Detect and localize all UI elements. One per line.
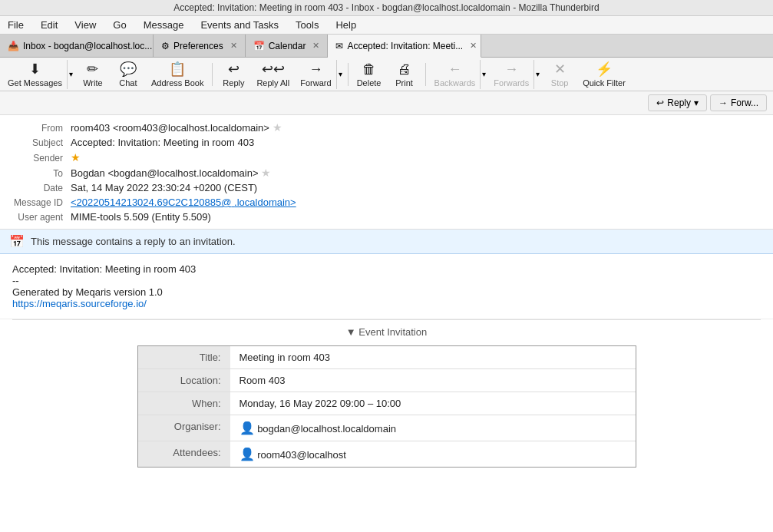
- menu-help[interactable]: Help: [332, 18, 359, 32]
- print-button[interactable]: 🖨 Print: [388, 60, 421, 89]
- forward-dropdown[interactable]: ▾: [336, 60, 344, 89]
- reply-top-button[interactable]: ↩ Reply ▾: [648, 94, 707, 111]
- separator-2: [348, 63, 349, 86]
- menu-message[interactable]: Message: [140, 18, 187, 32]
- reply-button[interactable]: ↩ Reply: [216, 60, 250, 89]
- message-id-link[interactable]: <20220514213024.69C2C120885@ .localdomai…: [71, 197, 296, 208]
- menu-tools[interactable]: Tools: [292, 18, 322, 32]
- forwards-group: → Forwards ▾: [489, 60, 541, 89]
- tab-email[interactable]: ✉ Accepted: Invitation: Meeti... ✕: [328, 35, 481, 58]
- tab-preferences[interactable]: ⚙ Preferences ✕: [154, 35, 246, 57]
- menu-edit[interactable]: Edit: [38, 18, 61, 32]
- forward-group: → Forward ▾: [296, 60, 343, 89]
- get-messages-button[interactable]: ⬇ Get Messages: [3, 60, 67, 89]
- message-id-value: <20220514213024.69C2C120885@ .localdomai…: [71, 197, 764, 208]
- menu-go[interactable]: Go: [110, 18, 129, 32]
- inbox-icon: 📥: [8, 41, 19, 51]
- date-row: Date Sat, 14 May 2022 23:30:24 +0200 (CE…: [9, 180, 764, 195]
- sender-value: ★: [71, 151, 764, 164]
- forward-top-button[interactable]: → Forw...: [710, 94, 767, 111]
- forwards-button[interactable]: → Forwards: [489, 60, 534, 89]
- event-organiser-label: Organiser:: [138, 415, 230, 441]
- message-id-part2: .localdomain>: [234, 197, 296, 208]
- event-attendees-row: Attendees: 👤 room403@localhost: [138, 441, 636, 468]
- event-attendees-label: Attendees:: [138, 441, 230, 468]
- forward-button[interactable]: → Forward: [296, 60, 335, 89]
- print-label: Print: [395, 78, 413, 88]
- to-star[interactable]: ★: [261, 167, 271, 179]
- invitation-banner-text: This message contains a reply to an invi…: [31, 236, 236, 247]
- from-text: room403 <room403@localhost.localdomain>: [71, 122, 269, 134]
- to-label: To: [9, 168, 71, 179]
- message-id-label: Message ID: [9, 197, 71, 208]
- event-table-wrapper: Title: Meeting in room 403 Location: Roo…: [137, 345, 636, 468]
- from-star[interactable]: ★: [273, 121, 282, 134]
- subject-label: Subject: [9, 137, 71, 148]
- from-label: From: [9, 123, 71, 134]
- from-row: From room403 <room403@localhost.localdom…: [9, 120, 764, 135]
- tab-calendar[interactable]: 📅 Calendar ✕: [246, 35, 329, 57]
- sender-label: Sender: [9, 153, 71, 164]
- body-link[interactable]: https://meqaris.sourceforge.io/: [12, 298, 147, 309]
- address-book-button[interactable]: 📋 Address Book: [147, 60, 208, 89]
- reply-icon: ↩: [228, 61, 239, 78]
- sender-star[interactable]: ★: [71, 151, 81, 164]
- get-messages-group: ⬇ Get Messages ▾: [3, 60, 74, 89]
- reply-area-top: ↩ Reply ▾ → Forw...: [0, 91, 773, 115]
- reply-all-button[interactable]: ↩↩ Reply All: [252, 60, 294, 89]
- delete-button[interactable]: 🗑 Delete: [352, 60, 386, 89]
- body-line2: --: [12, 275, 761, 286]
- event-header-text: ▼ Event Invitation: [346, 326, 427, 338]
- attendees-person-icon: 👤: [239, 448, 255, 461]
- reply-top-dropdown[interactable]: ▾: [694, 97, 699, 108]
- chat-button[interactable]: 💬 Chat: [111, 60, 145, 89]
- tab-email-label: Accepted: Invitation: Meeti...: [347, 41, 463, 51]
- titlebar-text: Accepted: Invitation: Meeting in room 40…: [173, 2, 599, 13]
- get-messages-label: Get Messages: [8, 78, 62, 88]
- subject-value: Accepted: Invitation: Meeting in room 40…: [71, 137, 764, 148]
- reply-top-label: Reply: [667, 97, 691, 108]
- write-icon: ✏: [87, 61, 98, 78]
- quick-filter-button[interactable]: ⚡ Quick Filter: [578, 60, 630, 89]
- menu-file[interactable]: File: [5, 18, 27, 32]
- backwards-group: ← Backwards ▾: [430, 60, 488, 89]
- tab-prefs-close[interactable]: ✕: [230, 41, 237, 51]
- tab-inbox[interactable]: 📥 Inbox - bogdan@localhost.loc...: [0, 35, 154, 57]
- chat-icon: 💬: [120, 61, 137, 78]
- message-id-row: Message ID <20220514213024.69C2C120885@ …: [9, 195, 764, 210]
- menu-view[interactable]: View: [71, 18, 99, 32]
- menu-events-tasks[interactable]: Events and Tasks: [197, 18, 282, 32]
- quick-filter-label: Quick Filter: [583, 78, 626, 88]
- separator-1: [212, 63, 213, 86]
- date-value: Sat, 14 May 2022 23:30:24 +0200 (CEST): [71, 182, 764, 193]
- content-area: Accepted: Invitation: Meeting in room 40…: [0, 254, 773, 532]
- tab-calendar-close[interactable]: ✕: [312, 41, 319, 51]
- delete-label: Delete: [357, 78, 382, 88]
- get-messages-dropdown[interactable]: ▾: [67, 60, 74, 89]
- event-organiser-row: Organiser: 👤 bogdan@localhost.localdomai…: [138, 415, 636, 441]
- tab-prefs-label: Preferences: [173, 41, 223, 51]
- message-body: Accepted: Invitation: Meeting in room 40…: [0, 254, 773, 319]
- prefs-icon: ⚙: [161, 41, 170, 51]
- backwards-dropdown[interactable]: ▾: [480, 60, 487, 89]
- event-attendees-value: 👤 room403@localhost: [230, 441, 636, 468]
- delete-icon: 🗑: [362, 61, 376, 78]
- address-book-label: Address Book: [151, 78, 203, 88]
- event-title-value: Meeting in room 403: [230, 346, 636, 369]
- event-location-row: Location: Room 403: [138, 369, 636, 392]
- event-location-value: Room 403: [230, 369, 636, 392]
- forward-top-label: Forw...: [731, 97, 758, 108]
- to-text: Bogdan <bogdan@localhost.localdomain>: [71, 167, 259, 179]
- forwards-dropdown[interactable]: ▾: [534, 60, 541, 89]
- event-when-label: When:: [138, 392, 230, 415]
- forwards-label: Forwards: [494, 78, 529, 88]
- to-row: To Bogdan <bogdan@localhost.localdomain>…: [9, 165, 764, 180]
- stop-button[interactable]: ✕ Stop: [543, 60, 576, 89]
- calendar-tab-icon: 📅: [253, 41, 265, 51]
- body-line3: Generated by Meqaris version 1.0: [12, 286, 761, 298]
- attendees-value-text: room403@localhost: [257, 449, 346, 461]
- backwards-button[interactable]: ← Backwards: [430, 60, 481, 89]
- tab-email-close[interactable]: ✕: [470, 41, 477, 51]
- write-button[interactable]: ✏ Write: [76, 60, 110, 89]
- forward-icon: →: [309, 61, 322, 78]
